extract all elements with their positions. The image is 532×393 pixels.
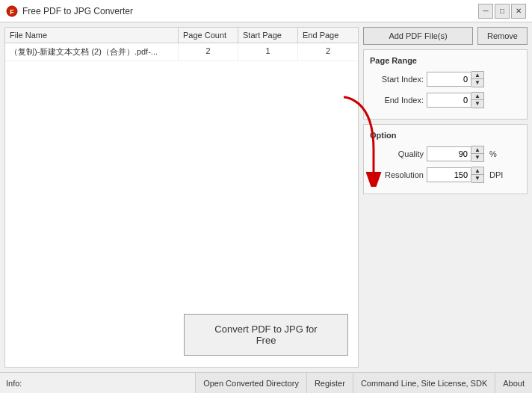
about-button[interactable]: About (495, 373, 532, 393)
cell-endpage: 2 (298, 43, 358, 61)
col-pagecount: Page Count (179, 28, 238, 43)
maximize-button[interactable]: □ (495, 4, 510, 19)
status-buttons: Open Converted Directory Register Comman… (195, 373, 532, 393)
resolution-label: Resolution (370, 170, 424, 179)
start-index-label: Start Index: (370, 75, 424, 84)
quality-spinner: ▲ ▼ (427, 146, 484, 162)
resolution-input[interactable] (427, 167, 471, 182)
start-index-row: Start Index: ▲ ▼ (370, 71, 521, 87)
quality-input[interactable] (427, 146, 471, 161)
col-filename: File Name (5, 28, 179, 43)
col-endpage: End Page (298, 28, 358, 43)
end-index-label: End Index: (370, 96, 424, 105)
quality-down[interactable]: ▼ (471, 154, 483, 161)
window-title: Free PDF to JPG Converter (22, 6, 133, 16)
command-line-button[interactable]: Command Line, Site License, SDK (353, 373, 495, 393)
cell-startpage: 1 (238, 43, 298, 61)
start-index-spinner: ▲ ▼ (427, 71, 484, 87)
close-button[interactable]: ✕ (511, 4, 526, 19)
end-index-row: End Index: ▲ ▼ (370, 92, 521, 108)
start-index-down[interactable]: ▼ (471, 79, 483, 87)
convert-button[interactable]: Convert PDF to JPG for Free (184, 314, 348, 356)
table-row[interactable]: （复制)-新建文本文档 (2)（合并）.pdf-... 2 1 2 (5, 43, 358, 61)
resolution-unit: DPI (489, 170, 503, 179)
start-index-input[interactable] (427, 72, 471, 87)
app-icon: F (6, 5, 18, 17)
status-bar: Info: Open Converted Directory Register … (0, 372, 532, 393)
page-range-section: Page Range Start Index: ▲ ▼ End Index: (363, 49, 528, 120)
file-table-header: File Name Page Count Start Page End Page (5, 28, 358, 43)
convert-area: Convert PDF to JPG for Free (4, 314, 528, 356)
quality-up[interactable]: ▲ (471, 146, 483, 154)
option-section: Option Quality ▲ ▼ % Resolution (363, 124, 528, 194)
resolution-spinner: ▲ ▼ (427, 167, 484, 183)
resolution-down[interactable]: ▼ (471, 175, 483, 182)
svg-text:F: F (10, 8, 14, 16)
resolution-row: Resolution ▲ ▼ DPI (370, 167, 521, 183)
start-index-up[interactable]: ▲ (471, 72, 483, 79)
status-info-label: Info: (0, 379, 195, 388)
end-index-down[interactable]: ▼ (471, 100, 483, 108)
end-index-up[interactable]: ▲ (471, 93, 483, 100)
register-button[interactable]: Register (306, 373, 353, 393)
end-index-spinner-btns: ▲ ▼ (471, 92, 484, 108)
cell-pagecount: 2 (179, 43, 238, 61)
minimize-button[interactable]: ─ (478, 4, 493, 19)
top-btn-row: Add PDF File(s) Remove (363, 27, 528, 45)
end-index-input[interactable] (427, 93, 471, 108)
open-converted-directory-button[interactable]: Open Converted Directory (195, 373, 306, 393)
resolution-spinner-btns: ▲ ▼ (471, 167, 484, 183)
remove-button[interactable]: Remove (477, 27, 528, 45)
title-bar-left: F Free PDF to JPG Converter (6, 5, 133, 17)
quality-label: Quality (370, 149, 424, 158)
quality-row: Quality ▲ ▼ % (370, 146, 521, 162)
quality-unit: % (489, 149, 497, 158)
page-range-title: Page Range (370, 56, 521, 65)
resolution-up[interactable]: ▲ (471, 167, 483, 175)
add-pdf-button[interactable]: Add PDF File(s) (363, 27, 473, 45)
start-index-spinner-btns: ▲ ▼ (471, 71, 484, 87)
end-index-spinner: ▲ ▼ (427, 92, 484, 108)
title-bar-controls: ─ □ ✕ (478, 4, 526, 19)
option-title: Option (370, 131, 521, 140)
cell-filename: （复制)-新建文本文档 (2)（合并）.pdf-... (5, 43, 179, 61)
title-bar: F Free PDF to JPG Converter ─ □ ✕ (0, 0, 532, 22)
quality-spinner-btns: ▲ ▼ (471, 146, 484, 162)
col-startpage: Start Page (238, 28, 298, 43)
